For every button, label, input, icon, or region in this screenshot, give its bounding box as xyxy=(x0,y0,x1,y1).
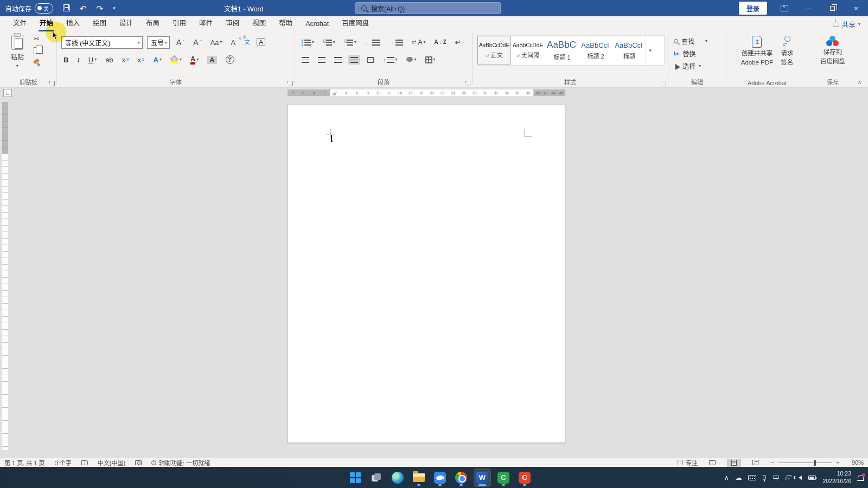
word-app-button[interactable]: W xyxy=(474,469,490,486)
touch-keyboard-button[interactable] xyxy=(748,475,756,480)
save-to-baidu-button[interactable]: 保存到 百度网盘 xyxy=(818,34,848,66)
ime-indicator[interactable]: 中 xyxy=(773,473,779,482)
accessibility-status[interactable]: 辅助功能: 一切就绪 xyxy=(151,458,210,467)
share-button[interactable]: 共享 ▾ xyxy=(833,19,860,29)
camtasia-red-button[interactable]: C xyxy=(516,469,533,486)
create-share-pdf-button[interactable]: 创建并共享 Adobe PDF xyxy=(738,34,776,67)
underline-button[interactable]: U▾ xyxy=(86,55,99,65)
replace-button[interactable]: b͎c替换 xyxy=(671,47,724,60)
ribbon-tab[interactable]: 审阅 xyxy=(219,15,246,31)
font-color-button[interactable]: A▾ xyxy=(188,54,201,66)
customize-qat-button[interactable]: ▾ xyxy=(113,6,116,11)
clear-formatting-button[interactable]: A xyxy=(229,37,238,48)
sort-button[interactable]: A↓Z xyxy=(432,38,448,47)
ribbon-display-options-button[interactable] xyxy=(773,0,796,16)
text-effects-button[interactable]: A▾ xyxy=(151,55,164,65)
page-number-status[interactable]: 第 1 页, 共 1 页 xyxy=(4,458,45,467)
paste-button[interactable]: 粘贴 ▾ xyxy=(5,35,29,68)
ribbon-tab[interactable]: 设计 xyxy=(113,15,139,31)
document-page[interactable] xyxy=(288,105,565,443)
style-card[interactable]: AaBbCcI 标题 xyxy=(612,36,646,65)
decrease-indent-button[interactable]: ← xyxy=(363,38,382,47)
italic-button[interactable]: I xyxy=(75,55,81,65)
autosave-toggle[interactable]: 关 xyxy=(35,3,53,14)
copy-button[interactable] xyxy=(31,47,42,55)
sign-in-button[interactable]: 登录 xyxy=(739,2,767,15)
find-button[interactable]: 查找▾ xyxy=(671,35,724,47)
ribbon-tab[interactable]: 视图 xyxy=(246,15,272,31)
web-layout-button[interactable] xyxy=(749,459,763,467)
file-explorer-button[interactable] xyxy=(411,469,427,486)
dialog-launcher-icon[interactable] xyxy=(50,81,55,86)
request-signatures-button[interactable]: 请求 签名 xyxy=(778,34,796,67)
style-card[interactable]: AaBbC 标题 1 xyxy=(545,36,578,65)
distribute-button[interactable] xyxy=(365,55,376,65)
zoom-in-button[interactable]: + xyxy=(836,459,840,466)
search-box[interactable]: 搜索(Alt+Q) xyxy=(355,2,501,14)
undo-button[interactable]: ↶ xyxy=(80,4,87,12)
character-shading-button[interactable]: A xyxy=(205,54,219,66)
close-button[interactable]: × xyxy=(844,0,868,16)
subscript-button[interactable]: x2 xyxy=(120,55,131,65)
print-layout-button[interactable] xyxy=(727,459,741,467)
ribbon-tab[interactable]: 开始 xyxy=(33,15,60,31)
word-count-status[interactable]: 0 个字 xyxy=(55,458,72,467)
ribbon-tab[interactable]: 百度网盘 xyxy=(335,15,375,31)
autosave-control[interactable]: 自动保存 关 xyxy=(5,3,53,14)
dialog-launcher-icon[interactable] xyxy=(288,81,293,86)
battery-tray-icon[interactable] xyxy=(808,476,816,480)
macro-record-status[interactable] xyxy=(135,460,142,465)
bold-button[interactable]: B xyxy=(61,55,71,65)
bullets-button[interactable]: ▾ xyxy=(299,38,316,47)
ribbon-tab[interactable]: 帮助 xyxy=(272,15,299,31)
shading-button[interactable]: ▾ xyxy=(404,55,419,64)
restore-button[interactable] xyxy=(820,0,844,16)
select-button[interactable]: 选择▾ xyxy=(671,60,724,72)
first-line-indent-marker[interactable] xyxy=(328,88,332,92)
edge-app-button[interactable] xyxy=(390,469,406,486)
ribbon-tab[interactable]: 布局 xyxy=(139,15,166,31)
strikethrough-button[interactable]: ab xyxy=(103,55,115,65)
cut-button[interactable]: ✂ xyxy=(31,35,42,43)
line-spacing-button[interactable]: ↕▾ xyxy=(381,55,400,65)
asian-layout-button[interactable]: ⇄A▾ xyxy=(410,37,427,47)
styles-gallery-more-button[interactable]: ▾ xyxy=(646,36,654,65)
tray-overflow-button[interactable]: ∧ xyxy=(724,474,729,481)
style-card[interactable]: AaBbCcDdE ↵正文 xyxy=(477,36,511,65)
justify-button[interactable] xyxy=(348,55,360,65)
align-right-button[interactable] xyxy=(332,55,344,65)
numbering-button[interactable]: ▾ xyxy=(321,38,337,47)
proofing-status[interactable] xyxy=(81,460,88,465)
ribbon-tab[interactable]: 绘图 xyxy=(86,15,113,31)
dialog-launcher-icon[interactable] xyxy=(465,81,470,86)
language-status[interactable]: 中文(中国) xyxy=(98,458,125,467)
tab-stop-selector[interactable]: ∟ xyxy=(3,89,12,97)
notifications-button[interactable] xyxy=(858,475,864,480)
ribbon-tab[interactable]: 插入 xyxy=(60,15,86,31)
ribbon-tab[interactable]: 引用 xyxy=(166,15,193,31)
enclose-characters-button[interactable]: 字 xyxy=(224,54,237,66)
wifi-tray-icon[interactable] xyxy=(786,475,792,480)
save-button[interactable] xyxy=(63,4,70,12)
clock[interactable]: 10:232022/10/26 xyxy=(822,470,851,485)
dialog-launcher-icon[interactable] xyxy=(661,81,666,86)
focus-mode-button[interactable]: [∷]专注 xyxy=(677,458,698,467)
shrink-font-button[interactable]: Aˇ xyxy=(191,37,203,48)
chrome-button[interactable] xyxy=(453,469,469,486)
zoom-out-button[interactable]: − xyxy=(770,459,774,466)
minimize-button[interactable]: – xyxy=(796,0,820,16)
redo-button[interactable]: ↷ xyxy=(97,4,104,12)
borders-button[interactable]: ▾ xyxy=(423,55,438,65)
font-size-combobox[interactable]: 五号▾ xyxy=(147,36,170,49)
align-left-button[interactable] xyxy=(299,55,311,65)
align-center-button[interactable] xyxy=(316,55,328,65)
volume-tray-icon[interactable] xyxy=(799,476,802,480)
multilevel-list-button[interactable]: ▾ xyxy=(342,38,359,47)
task-view-button[interactable] xyxy=(368,469,385,486)
microphone-tray-icon[interactable] xyxy=(763,475,766,480)
format-painter-button[interactable] xyxy=(31,59,42,67)
onedrive-tray-icon[interactable]: ☁ xyxy=(735,474,742,481)
increase-indent-button[interactable]: → xyxy=(386,38,405,47)
show-marks-button[interactable]: ↵ xyxy=(453,37,463,48)
grow-font-button[interactable]: Aˆ xyxy=(174,37,187,48)
